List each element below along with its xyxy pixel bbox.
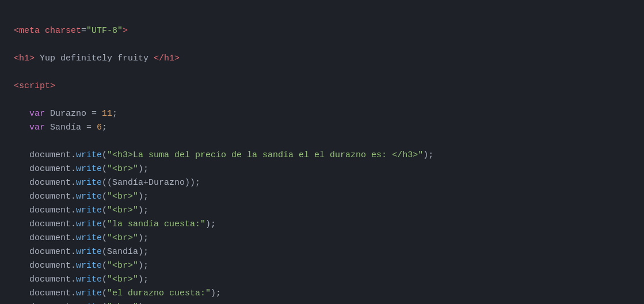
code-line: document.write((Sandía+Durazno)); <box>14 176 630 190</box>
code-token-string: "<br>" <box>107 261 138 271</box>
code-token-method: write <box>76 192 102 202</box>
code-line: document.write("<br>"); <box>14 162 630 176</box>
code-line: document.write("<br>"); <box>14 190 630 204</box>
code-line: <h1> Yup definitely fruity </h1> <box>14 52 630 66</box>
code-token-punctuation: = <box>81 26 86 36</box>
code-token-punctuation: ); <box>138 192 148 202</box>
code-token-method: write <box>76 219 102 229</box>
code-token-text-white: document. <box>29 206 76 215</box>
code-token-punctuation: ); <box>138 261 148 271</box>
code-token-method: write <box>76 206 102 215</box>
code-token-punctuation: = <box>86 123 92 132</box>
code-token-punctuation: ); <box>138 275 148 284</box>
code-token-text-white: document. <box>29 192 76 202</box>
code-token-method: write <box>76 233 102 243</box>
code-token-method: write <box>76 288 102 298</box>
code-token-text-white: Sandía <box>45 123 86 132</box>
code-token-punctuation: ( <box>102 233 107 243</box>
code-token-text-white: document. <box>29 247 76 257</box>
code-line: document.write("la sandía cuesta:"); <box>14 218 630 231</box>
code-token-punctuation: ); <box>423 150 433 160</box>
code-token-text-white: document. <box>29 233 76 243</box>
code-token-string: "la sandía cuesta:" <box>107 219 205 229</box>
code-line: document.write("<br>"); <box>14 301 630 304</box>
code-token-punctuation: ); <box>138 233 148 243</box>
code-token-text-white: document. <box>29 178 76 188</box>
code-line: document.write("<br>"); <box>14 273 630 287</box>
code-token-text-white: document. <box>29 288 76 298</box>
code-token-string: "<h3>La suma del precio de la sandía el … <box>107 150 423 160</box>
code-token-punctuation: ); <box>138 164 148 174</box>
code-token-text-white: document. <box>29 164 76 174</box>
code-token-string: "<br>" <box>107 206 138 215</box>
code-token-punctuation: (( <box>102 178 112 188</box>
code-line <box>14 38 630 52</box>
code-line: document.write(Sandía); <box>14 245 630 259</box>
code-token-punctuation: ( <box>102 150 107 160</box>
code-token-method: write <box>76 164 102 174</box>
code-token-text-white: Sandía+Durazno <box>112 178 185 188</box>
code-token-punctuation: ( <box>102 192 107 202</box>
code-token-string: "<br>" <box>107 164 138 174</box>
code-editor: <meta charset="UTF-8"> <h1> Yup definite… <box>14 10 630 304</box>
code-token-text-white <box>97 109 102 119</box>
code-token-text-white: document. <box>29 261 76 271</box>
code-token-punctuation: ( <box>102 219 107 229</box>
code-token-number: 11 <box>102 109 112 119</box>
code-token-punctuation: ); <box>138 247 148 257</box>
code-token-text-white: document. <box>29 219 76 229</box>
code-line <box>14 66 630 79</box>
code-token-number: 6 <box>97 123 102 132</box>
code-line <box>14 135 630 149</box>
code-line: <meta charset="UTF-8"> <box>14 24 630 38</box>
code-line <box>14 93 630 107</box>
code-token-tag: <h1> <box>14 54 35 63</box>
code-token-punctuation: ( <box>102 275 107 284</box>
code-token-punctuation: ); <box>205 219 216 229</box>
code-line: document.write("el durazno cuesta:"); <box>14 287 630 301</box>
code-token-punctuation: ; <box>102 123 107 132</box>
code-token-punctuation: ( <box>102 288 107 298</box>
code-token-h1-text: Yup definitely fruity <box>35 54 154 63</box>
code-token-method: write <box>76 261 102 271</box>
code-token-tag: > <box>123 26 128 36</box>
code-token-tag: </h1> <box>154 54 180 63</box>
code-token-text-white: Durazno <box>45 109 92 119</box>
code-line: document.write("<br>"); <box>14 204 630 218</box>
code-token-tag: <meta <box>14 26 45 36</box>
code-line: var Sandía = 6; <box>14 121 630 135</box>
code-token-string: "el durazno cuesta:" <box>107 288 211 298</box>
code-token-punctuation: )); <box>185 178 200 188</box>
code-line: document.write("<br>"); <box>14 259 630 273</box>
code-token-attr-name: charset <box>45 26 81 36</box>
code-token-string: "<br>" <box>107 233 138 243</box>
code-token-string: "<br>" <box>107 275 138 284</box>
code-token-punctuation: ; <box>112 109 117 119</box>
code-token-string: "<br>" <box>107 192 138 202</box>
code-token-attr-value: "UTF-8" <box>86 26 123 36</box>
code-token-punctuation: ( <box>102 206 107 215</box>
code-line: document.write("<br>"); <box>14 231 630 245</box>
code-token-punctuation: ( <box>102 247 107 257</box>
code-token-punctuation: ); <box>211 288 221 298</box>
code-token-punctuation: ( <box>102 164 107 174</box>
code-line: document.write("<h3>La suma del precio d… <box>14 149 630 162</box>
code-token-method: write <box>76 150 102 160</box>
code-token-keyword: var <box>29 123 45 132</box>
code-token-method: write <box>76 275 102 284</box>
code-token-keyword: var <box>29 109 45 119</box>
code-token-text-white <box>92 123 97 132</box>
code-line: var Durazno = 11; <box>14 107 630 121</box>
code-token-punctuation: = <box>92 109 97 119</box>
code-line: <script> <box>14 79 630 93</box>
code-token-method: write <box>76 247 102 257</box>
code-token-method: write <box>76 178 102 188</box>
code-token-tag: <script> <box>14 81 55 91</box>
code-token-text-white: document. <box>29 150 76 160</box>
code-token-punctuation: ); <box>138 206 148 215</box>
code-token-text-white: document. <box>29 275 76 284</box>
code-token-text-white: Sandía <box>107 247 138 257</box>
code-token-punctuation: ( <box>102 261 107 271</box>
